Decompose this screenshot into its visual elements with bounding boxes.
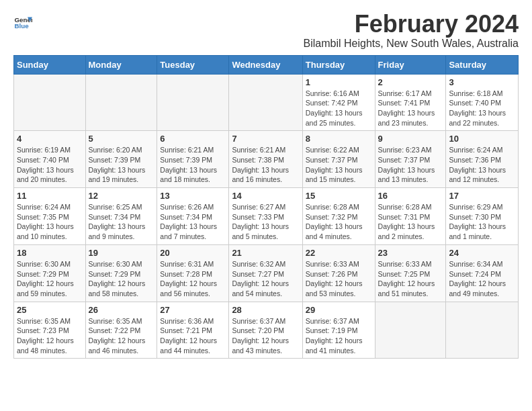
calendar-cell: 16Sunrise: 6:28 AMSunset: 7:31 PMDayligh… xyxy=(375,188,446,245)
day-number: 19 xyxy=(89,248,154,258)
header-day-sunday: Sunday xyxy=(14,55,86,74)
logo-icon: General Blue xyxy=(13,13,32,32)
day-number: 16 xyxy=(378,191,443,201)
day-info: Sunrise: 6:23 AMSunset: 7:37 PMDaylight:… xyxy=(378,145,443,185)
day-number: 2 xyxy=(378,77,443,87)
day-info: Sunrise: 6:21 AMSunset: 7:38 PMDaylight:… xyxy=(232,145,299,185)
calendar-cell: 26Sunrise: 6:35 AMSunset: 7:22 PMDayligh… xyxy=(85,302,157,359)
day-number: 27 xyxy=(160,305,226,315)
calendar-cell: 13Sunrise: 6:26 AMSunset: 7:34 PMDayligh… xyxy=(157,188,229,245)
calendar-cell xyxy=(446,302,519,359)
calendar-cell: 25Sunrise: 6:35 AMSunset: 7:23 PMDayligh… xyxy=(14,302,86,359)
header-day-tuesday: Tuesday xyxy=(157,55,229,74)
header-day-saturday: Saturday xyxy=(446,55,519,74)
day-info: Sunrise: 6:35 AMSunset: 7:22 PMDaylight:… xyxy=(89,316,154,356)
calendar-cell xyxy=(229,74,302,131)
day-info: Sunrise: 6:36 AMSunset: 7:21 PMDaylight:… xyxy=(160,316,226,356)
calendar-cell: 14Sunrise: 6:27 AMSunset: 7:33 PMDayligh… xyxy=(229,188,302,245)
day-info: Sunrise: 6:22 AMSunset: 7:37 PMDaylight:… xyxy=(306,145,372,185)
week-row-2: 4Sunrise: 6:19 AMSunset: 7:40 PMDaylight… xyxy=(14,131,519,188)
day-number: 17 xyxy=(449,191,515,201)
subtitle: Bilambil Heights, New South Wales, Austr… xyxy=(304,38,519,50)
calendar-table: SundayMondayTuesdayWednesdayThursdayFrid… xyxy=(13,55,519,359)
day-number: 10 xyxy=(449,134,515,144)
day-number: 22 xyxy=(306,248,372,258)
day-info: Sunrise: 6:24 AMSunset: 7:36 PMDaylight:… xyxy=(449,145,515,185)
day-number: 25 xyxy=(17,305,83,315)
day-info: Sunrise: 6:30 AMSunset: 7:29 PMDaylight:… xyxy=(17,259,83,299)
calendar-cell: 22Sunrise: 6:33 AMSunset: 7:26 PMDayligh… xyxy=(302,244,375,302)
day-info: Sunrise: 6:20 AMSunset: 7:39 PMDaylight:… xyxy=(89,145,154,185)
calendar-cell: 9Sunrise: 6:23 AMSunset: 7:37 PMDaylight… xyxy=(375,131,446,188)
calendar-cell: 29Sunrise: 6:37 AMSunset: 7:19 PMDayligh… xyxy=(302,302,375,359)
calendar-cell: 20Sunrise: 6:31 AMSunset: 7:28 PMDayligh… xyxy=(157,244,229,302)
day-number: 7 xyxy=(232,134,299,144)
week-row-4: 18Sunrise: 6:30 AMSunset: 7:29 PMDayligh… xyxy=(14,244,519,302)
day-number: 1 xyxy=(306,77,372,87)
day-number: 5 xyxy=(89,134,154,144)
calendar-cell: 28Sunrise: 6:37 AMSunset: 7:20 PMDayligh… xyxy=(229,302,302,359)
svg-text:Blue: Blue xyxy=(14,22,29,30)
week-row-3: 11Sunrise: 6:24 AMSunset: 7:35 PMDayligh… xyxy=(14,188,519,245)
day-number: 15 xyxy=(306,191,372,201)
day-number: 18 xyxy=(17,248,83,258)
calendar-cell: 21Sunrise: 6:32 AMSunset: 7:27 PMDayligh… xyxy=(229,244,302,302)
header-day-wednesday: Wednesday xyxy=(229,55,302,74)
day-number: 21 xyxy=(232,248,299,258)
calendar-cell xyxy=(375,302,446,359)
day-info: Sunrise: 6:26 AMSunset: 7:34 PMDaylight:… xyxy=(160,202,226,242)
week-row-1: 1Sunrise: 6:16 AMSunset: 7:42 PMDaylight… xyxy=(14,74,519,131)
day-number: 11 xyxy=(17,191,83,201)
day-info: Sunrise: 6:28 AMSunset: 7:32 PMDaylight:… xyxy=(306,202,372,242)
day-number: 20 xyxy=(160,248,226,258)
calendar-cell: 10Sunrise: 6:24 AMSunset: 7:36 PMDayligh… xyxy=(446,131,519,188)
day-info: Sunrise: 6:33 AMSunset: 7:25 PMDaylight:… xyxy=(378,259,443,299)
calendar-cell xyxy=(14,74,86,131)
day-info: Sunrise: 6:32 AMSunset: 7:27 PMDaylight:… xyxy=(232,259,299,299)
day-info: Sunrise: 6:24 AMSunset: 7:35 PMDaylight:… xyxy=(17,202,83,242)
day-number: 12 xyxy=(89,191,154,201)
day-info: Sunrise: 6:18 AMSunset: 7:40 PMDaylight:… xyxy=(449,89,515,128)
day-number: 24 xyxy=(449,248,515,258)
calendar-cell: 8Sunrise: 6:22 AMSunset: 7:37 PMDaylight… xyxy=(302,131,375,188)
header-row: SundayMondayTuesdayWednesdayThursdayFrid… xyxy=(14,55,519,74)
day-info: Sunrise: 6:27 AMSunset: 7:33 PMDaylight:… xyxy=(232,202,299,242)
calendar-cell: 23Sunrise: 6:33 AMSunset: 7:25 PMDayligh… xyxy=(375,244,446,302)
day-info: Sunrise: 6:19 AMSunset: 7:40 PMDaylight:… xyxy=(17,145,83,185)
day-info: Sunrise: 6:37 AMSunset: 7:20 PMDaylight:… xyxy=(232,316,299,356)
day-info: Sunrise: 6:16 AMSunset: 7:42 PMDaylight:… xyxy=(306,89,372,128)
calendar-cell xyxy=(85,74,157,131)
calendar-cell: 11Sunrise: 6:24 AMSunset: 7:35 PMDayligh… xyxy=(14,188,86,245)
day-info: Sunrise: 6:17 AMSunset: 7:41 PMDaylight:… xyxy=(378,89,443,128)
day-number: 8 xyxy=(306,134,372,144)
day-info: Sunrise: 6:34 AMSunset: 7:24 PMDaylight:… xyxy=(449,259,515,299)
calendar-cell: 1Sunrise: 6:16 AMSunset: 7:42 PMDaylight… xyxy=(302,74,375,131)
day-number: 28 xyxy=(232,305,299,315)
calendar-cell: 2Sunrise: 6:17 AMSunset: 7:41 PMDaylight… xyxy=(375,74,446,131)
calendar-cell: 18Sunrise: 6:30 AMSunset: 7:29 PMDayligh… xyxy=(14,244,86,302)
calendar-cell: 6Sunrise: 6:21 AMSunset: 7:39 PMDaylight… xyxy=(157,131,229,188)
day-info: Sunrise: 6:31 AMSunset: 7:28 PMDaylight:… xyxy=(160,259,226,299)
header-day-monday: Monday xyxy=(85,55,157,74)
calendar-cell: 3Sunrise: 6:18 AMSunset: 7:40 PMDaylight… xyxy=(446,74,519,131)
day-info: Sunrise: 6:30 AMSunset: 7:29 PMDaylight:… xyxy=(89,259,154,299)
day-number: 3 xyxy=(449,77,515,87)
calendar-cell: 7Sunrise: 6:21 AMSunset: 7:38 PMDaylight… xyxy=(229,131,302,188)
calendar-cell: 17Sunrise: 6:29 AMSunset: 7:30 PMDayligh… xyxy=(446,188,519,245)
day-info: Sunrise: 6:21 AMSunset: 7:39 PMDaylight:… xyxy=(160,145,226,185)
day-number: 13 xyxy=(160,191,226,201)
header-day-friday: Friday xyxy=(375,55,446,74)
calendar-cell xyxy=(157,74,229,131)
day-number: 9 xyxy=(378,134,443,144)
main-title: February 2024 xyxy=(304,11,519,38)
day-info: Sunrise: 6:35 AMSunset: 7:23 PMDaylight:… xyxy=(17,316,83,356)
day-number: 23 xyxy=(378,248,443,258)
day-info: Sunrise: 6:25 AMSunset: 7:34 PMDaylight:… xyxy=(89,202,154,242)
header: General Blue February 2024 Bilambil Heig… xyxy=(13,11,519,50)
title-area: February 2024 Bilambil Heights, New Sout… xyxy=(304,11,519,50)
calendar-cell: 4Sunrise: 6:19 AMSunset: 7:40 PMDaylight… xyxy=(14,131,86,188)
day-number: 29 xyxy=(306,305,372,315)
calendar-cell: 27Sunrise: 6:36 AMSunset: 7:21 PMDayligh… xyxy=(157,302,229,359)
header-day-thursday: Thursday xyxy=(302,55,375,74)
day-number: 14 xyxy=(232,191,299,201)
